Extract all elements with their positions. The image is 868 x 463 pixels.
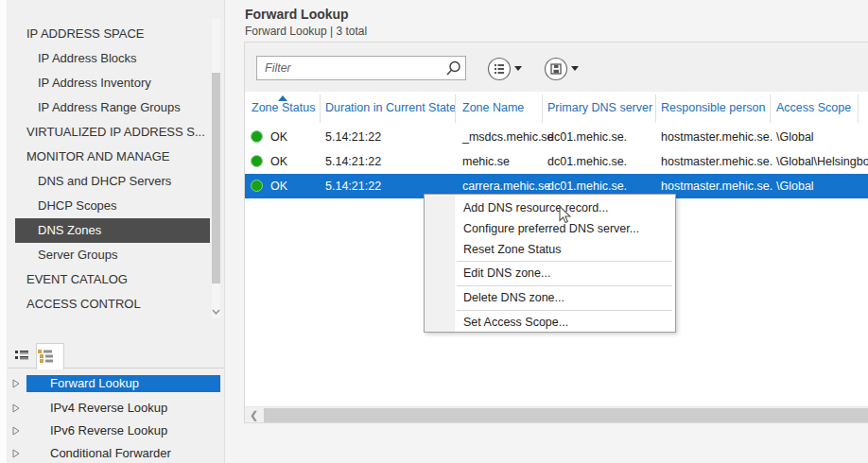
column-separator (858, 94, 859, 123)
cell-responsible: hostmaster.mehic.se. (661, 174, 773, 198)
context-menu: Add DNS resource record... Configure pre… (424, 194, 676, 333)
collapsed-arrow-icon[interactable] (12, 403, 20, 413)
cell-duration: 5.14:21:22 (325, 174, 381, 198)
cell-zone-status: OK (270, 174, 287, 198)
list-view-icon (14, 349, 29, 362)
cell-zone-name: mehic.se (462, 149, 510, 174)
cell-primary-dns: dc01.mehic.se. (547, 125, 627, 149)
column-header-duration[interactable]: Duration in Current State (325, 93, 456, 124)
cell-responsible: hostmaster.mehic.se. (661, 149, 773, 174)
cell-zone-status: OK (270, 149, 287, 174)
sidebar-item-dns-zones[interactable]: DNS Zones (15, 218, 210, 243)
sidebar-item-monitor-and-manage[interactable]: MONITOR AND MANAGE (15, 145, 210, 169)
scroll-down-icon[interactable] (212, 308, 220, 316)
column-header-zone-name[interactable]: Zone Name (462, 93, 524, 124)
table-row[interactable]: OK 5.14:21:22 mehic.se dc01.mehic.se. ho… (245, 149, 868, 174)
cell-access-scope: \Global (776, 174, 814, 198)
tree-item-ipv6-reverse-lookup[interactable]: IPv6 Reverse Lookup (8, 422, 221, 439)
column-separator (542, 94, 543, 123)
menu-separator (457, 285, 672, 286)
save-query-caret-icon[interactable] (571, 66, 579, 71)
column-header-zone-status[interactable]: Zone Status (252, 93, 315, 124)
horizontal-scrollbar[interactable]: ❮ (245, 406, 868, 423)
sidebar-item-access-control[interactable]: ACCESS CONTROL (15, 292, 210, 317)
sidebar-item-dns-and-dhcp-servers[interactable]: DNS and DHCP Servers (15, 169, 210, 194)
column-header-responsible[interactable]: Responsible person (661, 93, 766, 124)
window-left-edge (0, 0, 8, 463)
collapsed-arrow-icon[interactable] (12, 426, 20, 436)
sidebar-item-virtualized-ip-address-space[interactable]: VIRTUALIZED IP ADDRESS S... (15, 120, 210, 145)
cell-duration: 5.14:21:22 (325, 125, 381, 149)
sidebar-item-ip-address-space[interactable]: IP ADDRESS SPACE (15, 22, 210, 46)
search-icon[interactable] (445, 60, 461, 77)
column-separator (320, 94, 321, 123)
cell-primary-dns: dc01.mehic.se. (547, 149, 627, 174)
cell-duration: 5.14:21:22 (325, 149, 381, 174)
column-header-access-scope[interactable]: Access Scope (776, 93, 851, 124)
tree-item-label: IPv4 Reverse Lookup (50, 400, 167, 417)
tree-item-conditional-forwarder[interactable]: Conditional Forwarder (8, 445, 221, 462)
tree-view-icon (37, 349, 54, 364)
status-ok-icon (251, 130, 263, 143)
menu-separator (457, 261, 672, 262)
menu-item-delete-dns-zone[interactable]: Delete DNS zone... (425, 287, 675, 308)
tree-item-label: Forward Lookup (50, 375, 139, 392)
cell-zone-status: OK (270, 125, 287, 149)
tree-item-forward-lookup[interactable]: Forward Lookup (8, 375, 221, 392)
cell-access-scope: \Global (776, 125, 814, 149)
save-query-icon[interactable] (544, 57, 568, 81)
sidebar-item-server-groups[interactable]: Server Groups (15, 243, 210, 267)
tree-item-ipv4-reverse-lookup[interactable]: IPv4 Reverse Lookup (8, 400, 221, 417)
column-options-caret-icon[interactable] (514, 66, 522, 71)
page-title: Forward Lookup (245, 7, 349, 22)
sidebar-item-ip-address-blocks[interactable]: IP Address Blocks (15, 46, 210, 71)
menu-item-add-dns-resource-record[interactable]: Add DNS resource record... (425, 197, 675, 218)
sidebar-scrollbar-thumb[interactable] (212, 73, 220, 283)
table-row[interactable]: OK 5.14:21:22 _msdcs.mehic.se dc01.mehic… (245, 125, 868, 149)
scroll-left-icon[interactable]: ❮ (245, 407, 263, 423)
cell-zone-name: _msdcs.mehic.se (462, 125, 554, 149)
filter-input[interactable] (256, 56, 466, 80)
sidebar-item-dhcp-scopes[interactable]: DHCP Scopes (15, 194, 210, 218)
collapsed-arrow-icon[interactable] (12, 449, 20, 458)
tree-item-label: Conditional Forwarder (50, 445, 171, 462)
page-subtitle: Forward Lookup | 3 total (245, 25, 367, 38)
tab-tree-view[interactable] (36, 343, 64, 369)
tree-item-label: IPv6 Reverse Lookup (50, 422, 167, 439)
sidebar-item-ip-address-inventory[interactable]: IP Address Inventory (15, 71, 210, 95)
cell-responsible: hostmaster.mehic.se. (661, 125, 773, 149)
sidebar-content-divider (224, 0, 225, 463)
status-ok-icon (251, 155, 263, 167)
tab-list-view[interactable] (8, 343, 36, 368)
status-ok-icon (251, 180, 263, 192)
collapsed-arrow-icon[interactable] (12, 379, 20, 388)
menu-separator (457, 310, 672, 311)
menu-item-configure-preferred-dns-server[interactable]: Configure preferred DNS server... (425, 218, 675, 239)
column-separator (770, 94, 771, 123)
filter-toolbar (245, 43, 868, 92)
sidebar-scrollbar[interactable] (212, 19, 220, 318)
column-separator (455, 94, 456, 123)
column-options-icon[interactable] (487, 57, 512, 81)
menu-item-set-access-scope[interactable]: Set Access Scope... (425, 312, 675, 333)
column-header-primary-dns[interactable]: Primary DNS server (547, 93, 652, 124)
menu-item-edit-dns-zone[interactable]: Edit DNS zone... (425, 263, 675, 283)
sidebar-item-event-catalog[interactable]: EVENT CATALOG (15, 267, 210, 292)
horizontal-scrollbar-thumb[interactable] (264, 408, 868, 423)
menu-item-reset-zone-status[interactable]: Reset Zone Status (425, 239, 675, 260)
ipam-nav-sidebar: IP ADDRESS SPACE IP Address Blocks IP Ad… (8, 0, 224, 463)
sidebar-item-ip-address-range-groups[interactable]: IP Address Range Groups (15, 95, 210, 120)
cell-access-scope: \Global\Helsingborg (776, 149, 868, 174)
column-separator (655, 94, 656, 123)
